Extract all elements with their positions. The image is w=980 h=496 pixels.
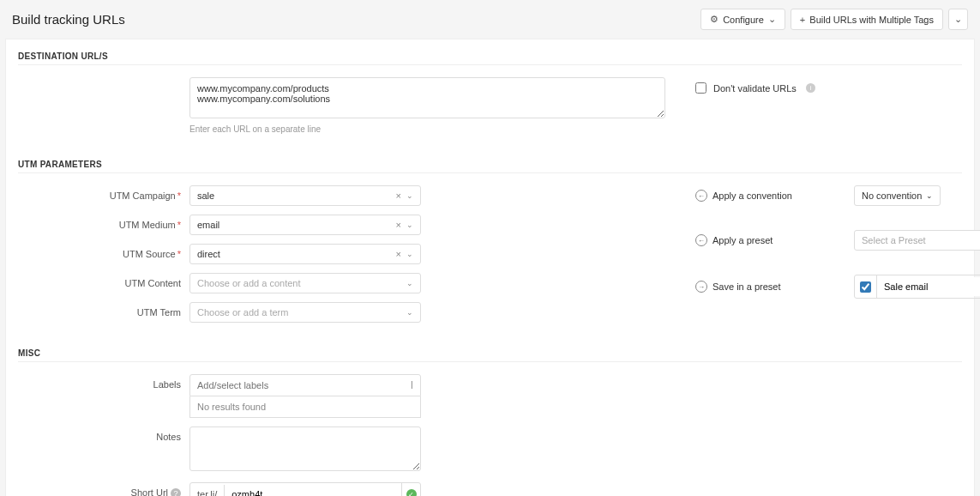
save-preset-input[interactable] <box>877 277 980 296</box>
chevron-down-icon[interactable]: ⌄ <box>406 279 413 287</box>
section-destination: DESTINATION URL/S <box>18 51 962 65</box>
build-multi-button[interactable]: + Build URLs with Multiple Tags <box>791 9 943 30</box>
info-icon: i <box>806 83 815 93</box>
gear-icon: ⚙ <box>710 14 718 25</box>
utm-source-select[interactable]: direct ×⌄ <box>189 244 421 264</box>
destination-urls-input[interactable]: www.mycompany.com/products www.mycompany… <box>189 77 665 118</box>
section-utm: UTM PARAMETERS <box>18 160 962 173</box>
utm-source-label: UTM Source* <box>18 244 189 259</box>
destination-hint: Enter each URL on a separate line <box>189 124 665 134</box>
chevron-down-icon[interactable]: ⌄ <box>406 308 413 317</box>
chevron-down-icon: ⌄ <box>954 14 962 25</box>
shorturl-label: Short Url? <box>18 482 189 496</box>
text-cursor-icon: I <box>411 379 413 391</box>
build-multi-dropdown[interactable]: ⌄ <box>948 9 968 30</box>
dont-validate-checkbox[interactable] <box>695 82 706 94</box>
preset-icon: ← <box>695 234 707 246</box>
shorturl-status: ✓ <box>401 483 420 496</box>
save-preset-checkbox[interactable] <box>860 281 871 293</box>
save-preset-label: → Save in a preset <box>695 281 854 293</box>
labels-input[interactable]: I <box>189 374 421 396</box>
apply-convention-label: ← Apply a convention <box>695 190 854 202</box>
notes-input[interactable] <box>189 426 421 471</box>
utm-medium-label: UTM Medium* <box>18 215 189 230</box>
preset-select[interactable]: Select a Preset ⌄ <box>854 230 980 251</box>
utm-content-label: UTM Content <box>18 273 189 288</box>
utm-term-select[interactable]: Choose or add a term ⌄ <box>189 302 421 323</box>
dont-validate-label[interactable]: Don't validate URLs <box>713 83 797 94</box>
notes-label: Notes <box>18 426 189 442</box>
utm-content-select[interactable]: Choose or add a content ⌄ <box>189 273 421 293</box>
labels-dropdown-panel: No results found <box>189 396 421 418</box>
utm-term-label: UTM Term <box>18 302 189 318</box>
clear-icon[interactable]: × <box>396 249 401 259</box>
utm-medium-select[interactable]: email ×⌄ <box>189 215 421 235</box>
build-multi-label: Build URLs with Multiple Tags <box>809 15 934 25</box>
configure-label: Configure <box>723 15 764 25</box>
configure-button[interactable]: ⚙ Configure ⌄ <box>700 9 785 30</box>
labels-label: Labels <box>18 374 189 390</box>
clear-icon[interactable]: × <box>396 220 401 230</box>
page-title: Build tracking URLs <box>12 12 125 27</box>
chevron-down-icon[interactable]: ⌄ <box>406 250 413 258</box>
shorturl-prefix: ter.li/ <box>190 485 225 496</box>
apply-preset-label: ← Apply a preset <box>695 234 854 246</box>
convention-icon: ← <box>695 190 707 202</box>
labels-text-input[interactable] <box>197 380 411 390</box>
section-misc: MISC <box>18 348 962 362</box>
plus-icon: + <box>800 15 805 25</box>
check-icon: ✓ <box>406 489 417 496</box>
chevron-down-icon[interactable]: ⌄ <box>406 221 413 229</box>
utm-campaign-select[interactable]: sale ×⌄ <box>189 185 421 206</box>
help-icon: ? <box>171 488 181 496</box>
clear-icon[interactable]: × <box>396 191 401 201</box>
chevron-down-icon[interactable]: ⌄ <box>406 191 413 200</box>
chevron-down-icon: ⌄ <box>768 14 776 25</box>
shorturl-input[interactable] <box>225 485 401 496</box>
convention-select[interactable]: No convention ⌄ <box>854 185 941 206</box>
chevron-down-icon: ⌄ <box>926 191 933 200</box>
save-preset-icon: → <box>695 281 707 293</box>
utm-campaign-label: UTM Campaign* <box>18 185 189 201</box>
